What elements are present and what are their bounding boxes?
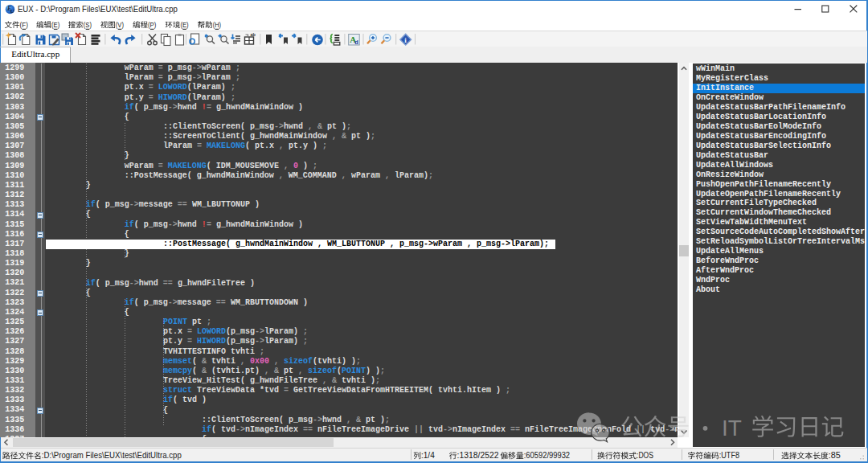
svg-text:(F): (F) (20, 20, 28, 29)
svg-text:ab: ab (251, 32, 256, 37)
svg-text::UTF8: :UTF8 (719, 451, 740, 460)
svg-text:(E): (E) (180, 20, 188, 29)
svg-text::DOS: :DOS (637, 451, 653, 460)
svg-text:(H): (H) (213, 20, 221, 29)
svg-text::60592/99932: :60592/99932 (524, 451, 571, 460)
svg-text::1318/2522: :1318/2522 (457, 451, 499, 460)
svg-text::1/4: :1/4 (421, 451, 435, 460)
svg-text:IT: IT (722, 416, 742, 440)
svg-text:(P): (P) (148, 20, 156, 29)
svg-text:EditUltra.cpp: EditUltra.cpp (11, 50, 59, 59)
svg-text:d: d (354, 39, 358, 46)
svg-text:(S): (S) (84, 20, 92, 29)
svg-text::85: :85 (829, 451, 841, 460)
svg-text:(E): (E) (51, 20, 59, 29)
svg-text::D:\Program Files\EUX\test\Edi: :D:\Program Files\EUX\test\EditUltra.cpp (42, 451, 182, 460)
svg-text:EUX - D:\Program Files\EUX\tes: EUX - D:\Program Files\EUX\test\EditUltr… (18, 4, 178, 14)
svg-text:(V): (V) (116, 20, 124, 29)
